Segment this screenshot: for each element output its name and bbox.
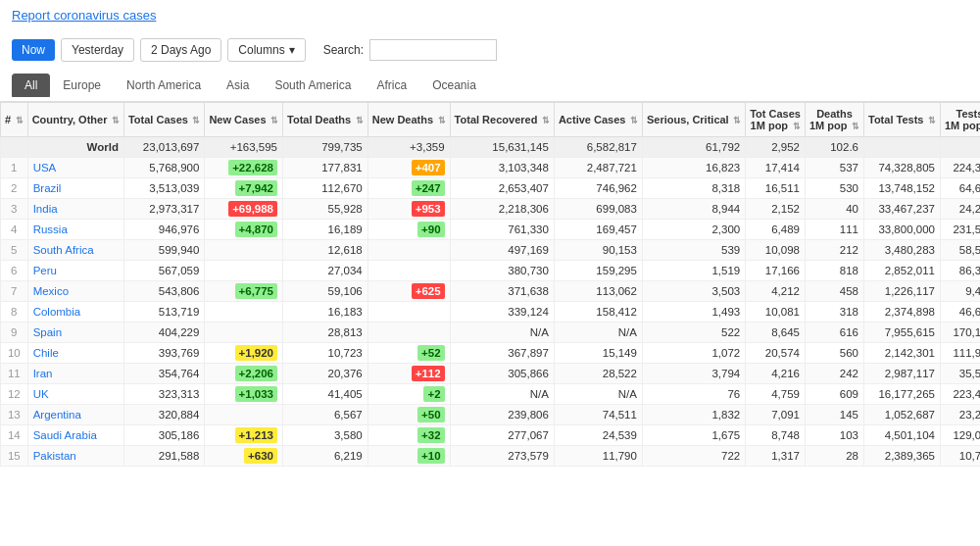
table-cell[interactable]: Spain: [27, 323, 123, 343]
col-header[interactable]: # ⇅: [1, 103, 28, 137]
region-tab-oceania[interactable]: Oceania: [419, 74, 489, 97]
region-tab-asia[interactable]: Asia: [214, 74, 262, 97]
col-header[interactable]: Country, Other ⇅: [27, 103, 123, 137]
country-link[interactable]: Chile: [33, 347, 59, 359]
col-header[interactable]: Active Cases ⇅: [554, 103, 642, 137]
col-header[interactable]: Total Cases ⇅: [123, 103, 204, 137]
sort-icon[interactable]: ⇅: [109, 116, 120, 125]
country-link[interactable]: Pakistan: [33, 450, 76, 462]
col-header[interactable]: Total Deaths ⇅: [283, 103, 368, 137]
table-cell: +22,628: [205, 158, 283, 178]
table-cell: 1,052,687: [863, 405, 940, 425]
table-cell: 458: [805, 281, 863, 302]
table-cell: 380,730: [450, 261, 554, 281]
table-cell[interactable]: Brazil: [27, 178, 123, 199]
table-cell: 9,496: [940, 281, 980, 302]
region-tab-north-america[interactable]: North America: [114, 74, 214, 97]
table-cell[interactable]: India: [27, 199, 123, 220]
sort-icon[interactable]: ⇅: [925, 116, 936, 125]
table-cell: 746,962: [554, 178, 642, 199]
region-tab-south-america[interactable]: South America: [262, 74, 364, 97]
table-cell: +90: [368, 220, 450, 240]
table-cell[interactable]: Russia: [27, 220, 123, 240]
country-link[interactable]: Brazil: [33, 182, 62, 194]
world-cell: 102.6: [805, 137, 863, 158]
country-link[interactable]: South Africa: [33, 244, 94, 256]
new-cases-badge: +6,775: [235, 283, 278, 299]
table-cell[interactable]: Chile: [27, 343, 123, 364]
col-header[interactable]: Total Tests ⇅: [863, 103, 940, 137]
table-cell[interactable]: Iran: [27, 364, 123, 384]
table-cell: 4,216: [746, 364, 806, 384]
two-days-button[interactable]: 2 Days Ago: [140, 38, 221, 62]
table-cell: 2,852,011: [863, 261, 940, 281]
col-header[interactable]: New Deaths ⇅: [368, 103, 450, 137]
country-link[interactable]: India: [33, 203, 58, 215]
sort-icon[interactable]: ⇅: [790, 122, 801, 131]
report-link[interactable]: Report coronavirus cases: [12, 8, 156, 23]
sort-icon[interactable]: ⇅: [353, 116, 364, 125]
sort-icon[interactable]: ⇅: [539, 116, 550, 125]
table-cell: 58,581: [940, 240, 980, 261]
col-header[interactable]: Deaths 1M pop ⇅: [805, 103, 863, 137]
col-header[interactable]: New Cases ⇅: [205, 103, 283, 137]
world-cell: 799,735: [283, 137, 368, 158]
table-cell: +2: [368, 384, 450, 405]
table-cell: [205, 261, 283, 281]
columns-button[interactable]: Columns ▾: [227, 38, 305, 62]
table-cell: 539: [642, 240, 745, 261]
table-cell: 111: [805, 220, 863, 240]
table-cell: +32: [368, 425, 450, 446]
sort-icon[interactable]: ⇅: [627, 116, 638, 125]
col-header[interactable]: Serious, Critical ⇅: [642, 103, 745, 137]
new-cases-badge: +50: [417, 407, 445, 422]
table-cell[interactable]: Saudi Arabia: [27, 425, 123, 446]
table-cell[interactable]: Pakistan: [27, 446, 123, 467]
table-cell: 10,789: [940, 446, 980, 467]
new-cases-badge: +10: [417, 448, 445, 464]
col-header[interactable]: Tests 1M pop ⇅: [940, 103, 980, 137]
table-cell[interactable]: UK: [27, 384, 123, 405]
table-cell: 530: [805, 178, 863, 199]
table-cell: 113,062: [554, 281, 642, 302]
world-cell: World: [27, 137, 123, 158]
table-cell: 35,502: [940, 364, 980, 384]
table-cell[interactable]: USA: [27, 158, 123, 178]
country-link[interactable]: Colombia: [33, 306, 81, 318]
region-tab-europe[interactable]: Europe: [50, 74, 114, 97]
col-header[interactable]: Tot Cases 1M pop ⇅: [746, 103, 806, 137]
table-cell: 7: [1, 281, 28, 302]
table-cell: 16,183: [283, 302, 368, 323]
sort-icon[interactable]: ⇅: [269, 116, 279, 125]
table-cell[interactable]: South Africa: [27, 240, 123, 261]
country-link[interactable]: Peru: [33, 265, 57, 276]
country-link[interactable]: UK: [33, 388, 49, 400]
new-cases-badge: +1,033: [235, 386, 278, 402]
country-link[interactable]: Russia: [33, 223, 68, 235]
region-tab-all[interactable]: All: [12, 74, 50, 97]
table-cell: 86,336: [940, 261, 980, 281]
sort-icon[interactable]: ⇅: [435, 116, 446, 125]
sort-icon[interactable]: ⇅: [190, 116, 201, 125]
table-cell[interactable]: Colombia: [27, 302, 123, 323]
sort-icon[interactable]: ⇅: [849, 122, 859, 131]
table-cell[interactable]: Argentina: [27, 405, 123, 425]
country-link[interactable]: Argentina: [33, 409, 81, 421]
now-button[interactable]: Now: [12, 39, 55, 61]
country-link[interactable]: Mexico: [33, 285, 69, 297]
table-cell: 5: [1, 240, 28, 261]
table-cell[interactable]: Mexico: [27, 281, 123, 302]
country-link[interactable]: Spain: [33, 326, 62, 338]
yesterday-button[interactable]: Yesterday: [61, 38, 134, 62]
country-link[interactable]: USA: [33, 162, 57, 174]
region-tab-africa[interactable]: Africa: [364, 74, 419, 97]
country-link[interactable]: Iran: [33, 368, 53, 379]
sort-icon[interactable]: ⇅: [731, 116, 742, 125]
world-cell: [863, 137, 940, 158]
country-link[interactable]: Saudi Arabia: [33, 429, 97, 441]
table-cell: 169,457: [554, 220, 642, 240]
search-input[interactable]: [369, 39, 497, 61]
col-header[interactable]: Total Recovered ⇅: [450, 103, 554, 137]
sort-icon[interactable]: ⇅: [13, 116, 24, 125]
table-cell[interactable]: Peru: [27, 261, 123, 281]
